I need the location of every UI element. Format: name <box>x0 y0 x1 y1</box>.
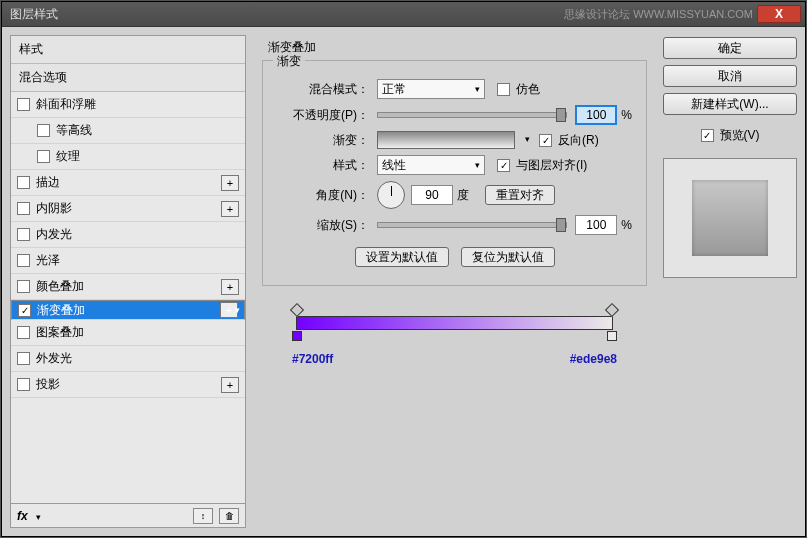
checkbox[interactable] <box>17 202 30 215</box>
opacity-input[interactable]: 100 <box>575 105 617 125</box>
style-select[interactable]: 线性 <box>377 155 485 175</box>
style-item-drop-shadow[interactable]: 投影 <box>11 372 245 398</box>
angle-label: 角度(N)： <box>277 187 377 204</box>
angle-input[interactable]: 90 <box>411 185 453 205</box>
reset-default-button[interactable]: 复位为默认值 <box>461 247 555 267</box>
checkbox[interactable] <box>17 228 30 241</box>
reverse-checkbox[interactable] <box>539 134 552 147</box>
add-icon[interactable] <box>221 377 239 393</box>
checkbox[interactable] <box>17 352 30 365</box>
style-item-texture[interactable]: 纹理 <box>11 144 245 170</box>
color-stop-right[interactable] <box>607 331 617 341</box>
checkbox[interactable] <box>37 124 50 137</box>
preview-checkbox[interactable] <box>701 129 714 142</box>
style-label: 样式： <box>277 157 377 174</box>
checkbox[interactable] <box>17 326 30 339</box>
scale-label: 缩放(S)： <box>277 217 377 234</box>
cancel-button[interactable]: 取消 <box>663 65 797 87</box>
styles-footer: fx ↕ 🗑 <box>10 504 246 528</box>
preview-box <box>663 158 797 278</box>
align-label: 与图层对齐(I) <box>516 157 587 174</box>
style-item-outer-glow[interactable]: 外发光 <box>11 346 245 372</box>
set-default-button[interactable]: 设置为默认值 <box>355 247 449 267</box>
close-button[interactable]: X <box>757 5 801 23</box>
action-panel: 确定 取消 新建样式(W)... 预览(V) <box>663 35 797 528</box>
fx-menu-chevron-icon[interactable] <box>34 509 41 523</box>
titlebar: 图层样式 思缘设计论坛 WWW.MISSYUAN.COM X <box>2 2 805 27</box>
checkbox[interactable] <box>17 378 30 391</box>
style-item-inner-glow[interactable]: 内发光 <box>11 222 245 248</box>
style-item-inner-shadow[interactable]: 内阴影 <box>11 196 245 222</box>
preview-swatch <box>692 180 768 256</box>
gradient-picker[interactable] <box>377 131 515 149</box>
blending-options-header[interactable]: 混合选项 <box>11 64 245 92</box>
reverse-label: 反向(R) <box>558 132 599 149</box>
opacity-stop-left[interactable] <box>290 303 304 317</box>
add-icon[interactable] <box>221 201 239 217</box>
hex-right: #ede9e8 <box>570 352 617 366</box>
gradient-label: 渐变： <box>277 132 377 149</box>
preview-label: 预览(V) <box>720 127 760 144</box>
styles-header[interactable]: 样式 <box>11 36 245 64</box>
group-legend: 渐变 <box>273 53 305 70</box>
gradient-bar[interactable] <box>296 316 613 330</box>
fx-icon[interactable]: fx <box>17 509 28 523</box>
checkbox[interactable] <box>18 304 31 317</box>
blend-mode-select[interactable]: 正常 <box>377 79 485 99</box>
style-item-stroke[interactable]: 描边 <box>11 170 245 196</box>
gradient-editor[interactable] <box>296 316 613 330</box>
angle-unit: 度 <box>457 187 469 204</box>
window-title: 图层样式 <box>6 6 564 23</box>
watermark: 思缘设计论坛 WWW.MISSYUAN.COM <box>564 7 753 22</box>
style-item-contour[interactable]: 等高线 <box>11 118 245 144</box>
add-icon[interactable] <box>221 175 239 191</box>
angle-dial[interactable] <box>377 181 405 209</box>
section-title: 渐变叠加 <box>262 39 647 56</box>
scale-input[interactable]: 100 <box>575 215 617 235</box>
color-stop-left[interactable] <box>292 331 302 341</box>
dither-label: 仿色 <box>516 81 540 98</box>
add-icon[interactable] <box>220 302 238 318</box>
percent-label: % <box>621 218 632 232</box>
percent-label: % <box>621 108 632 122</box>
hex-left: #7200ff <box>292 352 333 366</box>
checkbox[interactable] <box>37 150 50 163</box>
style-item-pattern-overlay[interactable]: 图案叠加 <box>11 320 245 346</box>
style-item-bevel[interactable]: 斜面和浮雕 <box>11 92 245 118</box>
opacity-slider[interactable] <box>377 112 567 118</box>
style-item-color-overlay[interactable]: 颜色叠加 <box>11 274 245 300</box>
trash-icon[interactable]: 🗑 <box>219 508 239 524</box>
style-item-satin[interactable]: 光泽 <box>11 248 245 274</box>
blend-mode-label: 混合模式： <box>277 81 377 98</box>
style-item-gradient-overlay[interactable]: 渐变叠加 <box>11 300 245 320</box>
checkbox[interactable] <box>17 254 30 267</box>
align-checkbox[interactable] <box>497 159 510 172</box>
styles-panel: 样式 混合选项 斜面和浮雕 等高线 纹理 描边 内阴影 内发光 光泽 颜色叠加 … <box>10 35 246 528</box>
reset-align-button[interactable]: 重置对齐 <box>485 185 555 205</box>
checkbox[interactable] <box>17 98 30 111</box>
scale-slider[interactable] <box>377 222 567 228</box>
dither-checkbox[interactable] <box>497 83 510 96</box>
gradient-overlay-settings: 渐变叠加 渐变 混合模式： 正常 仿色 不透明度(P)： 100 % <box>254 35 655 528</box>
opacity-stop-right[interactable] <box>605 303 619 317</box>
add-icon[interactable] <box>221 279 239 295</box>
new-style-button[interactable]: 新建样式(W)... <box>663 93 797 115</box>
move-up-icon[interactable]: ↕ <box>193 508 213 524</box>
opacity-label: 不透明度(P)： <box>277 107 377 124</box>
checkbox[interactable] <box>17 176 30 189</box>
checkbox[interactable] <box>17 280 30 293</box>
ok-button[interactable]: 确定 <box>663 37 797 59</box>
